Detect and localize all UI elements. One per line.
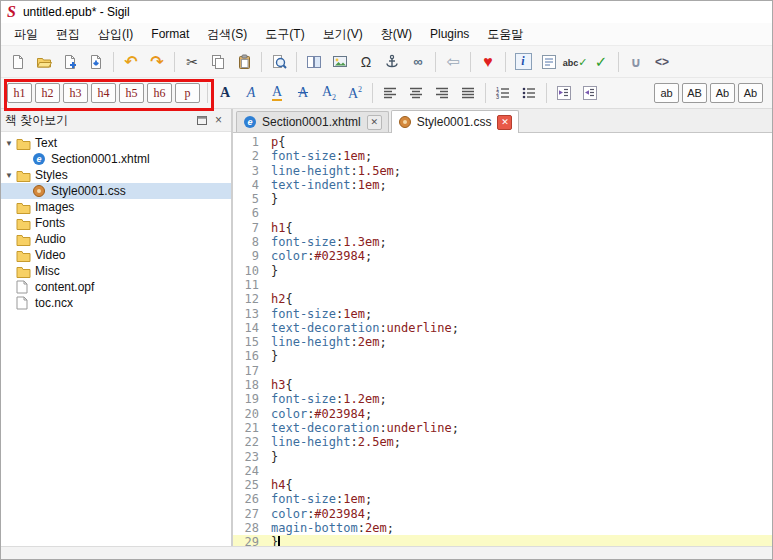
menu-item-8[interactable]: 창(W) bbox=[372, 23, 421, 46]
code-line[interactable]: 18h3{ bbox=[233, 378, 772, 392]
add-existing-file-button[interactable] bbox=[57, 50, 83, 74]
tab-section0001-xhtml[interactable]: eSection0001.xhtml✕ bbox=[236, 111, 389, 132]
clips-button[interactable]: ∪ bbox=[623, 50, 649, 74]
menu-item-7[interactable]: 보기(V) bbox=[314, 23, 372, 46]
code-line[interactable]: 28magin-bottom:2em; bbox=[233, 521, 772, 535]
find-replace-button[interactable] bbox=[266, 50, 292, 74]
code-line[interactable]: 23} bbox=[233, 450, 772, 464]
expander-open-icon[interactable]: ▼ bbox=[5, 139, 16, 148]
code-line[interactable]: 15line-height:2em; bbox=[233, 335, 772, 349]
titlecase-button[interactable]: Ab bbox=[738, 83, 763, 103]
align-center-button[interactable] bbox=[403, 81, 429, 105]
code-line[interactable]: 13font-size:1em; bbox=[233, 307, 772, 321]
tree-item-text[interactable]: ▼Text bbox=[1, 135, 231, 151]
tree-item-images[interactable]: Images bbox=[1, 199, 231, 215]
spellcheck-button[interactable]: abc✓ bbox=[562, 50, 588, 74]
uppercase-button[interactable]: AB bbox=[682, 83, 707, 103]
italic-button[interactable]: A bbox=[238, 81, 264, 105]
float-panel-button[interactable] bbox=[193, 112, 210, 128]
code-line[interactable]: 27color:#023984; bbox=[233, 507, 772, 521]
code-line[interactable]: 9color:#023984; bbox=[233, 249, 772, 263]
subscript-button[interactable]: A2 bbox=[316, 81, 342, 105]
menu-item-4[interactable]: Format bbox=[142, 24, 198, 44]
paragraph-button[interactable]: p bbox=[175, 83, 200, 103]
menu-item-9[interactable]: Plugins bbox=[421, 24, 478, 44]
code-line[interactable]: 29} bbox=[233, 535, 772, 546]
align-justify-button[interactable] bbox=[455, 81, 481, 105]
special-character-button[interactable]: Ω bbox=[353, 50, 379, 74]
insert-link-button[interactable]: ∞ bbox=[405, 50, 431, 74]
code-line[interactable]: 1p{ bbox=[233, 135, 772, 149]
expander-open-icon[interactable]: ▼ bbox=[5, 171, 16, 180]
menu-item-3[interactable]: 삽입(I) bbox=[89, 23, 142, 46]
heading-1-button[interactable]: h1 bbox=[7, 83, 32, 103]
menu-item-6[interactable]: 도구(T) bbox=[256, 23, 313, 46]
lowercase-button[interactable]: ab bbox=[654, 83, 679, 103]
tree-item-styles[interactable]: ▼Styles bbox=[1, 167, 231, 183]
bold-button[interactable]: A bbox=[212, 81, 238, 105]
cut-button[interactable]: ✂ bbox=[179, 50, 205, 74]
new-file-button[interactable] bbox=[5, 50, 31, 74]
code-line[interactable]: 19font-size:1.2em; bbox=[233, 392, 772, 406]
metadata-info-button[interactable]: i bbox=[510, 50, 536, 74]
insert-image-button[interactable] bbox=[327, 50, 353, 74]
align-right-button[interactable] bbox=[429, 81, 455, 105]
well-formed-check-button[interactable]: ✓ bbox=[588, 50, 614, 74]
menu-item-10[interactable]: 도움말 bbox=[478, 23, 532, 46]
unordered-list-button[interactable] bbox=[516, 81, 542, 105]
heading-5-button[interactable]: h5 bbox=[119, 83, 144, 103]
redo-button[interactable]: ↷ bbox=[144, 50, 170, 74]
ordered-list-button[interactable]: 123 bbox=[490, 81, 516, 105]
save-button[interactable] bbox=[83, 50, 109, 74]
tree-item-fonts[interactable]: Fonts bbox=[1, 215, 231, 231]
align-left-button[interactable] bbox=[377, 81, 403, 105]
open-epub-button[interactable] bbox=[31, 50, 57, 74]
code-line[interactable]: 12h2{ bbox=[233, 292, 772, 306]
outdent-button[interactable] bbox=[551, 81, 577, 105]
code-line[interactable]: 22line-height:2.5em; bbox=[233, 435, 772, 449]
code-line[interactable]: 20color:#023984; bbox=[233, 407, 772, 421]
code-line[interactable]: 25h4{ bbox=[233, 478, 772, 492]
menu-item-2[interactable]: 편집 bbox=[47, 23, 89, 46]
tree-item-style0001-css[interactable]: Style0001.css bbox=[1, 183, 231, 199]
close-panel-button[interactable]: × bbox=[210, 112, 227, 128]
strikethrough-button[interactable]: A bbox=[290, 81, 316, 105]
code-line[interactable]: 8font-size:1.3em; bbox=[233, 235, 772, 249]
code-view-button[interactable]: <> bbox=[649, 50, 675, 74]
code-line[interactable]: 17 bbox=[233, 364, 772, 378]
heading-4-button[interactable]: h4 bbox=[91, 83, 116, 103]
code-editor[interactable]: 1p{2font-size:1em;3line-height:1.5em;4te… bbox=[233, 133, 772, 546]
heading-6-button[interactable]: h6 bbox=[147, 83, 172, 103]
tree-item-audio[interactable]: Audio bbox=[1, 231, 231, 247]
code-line[interactable]: 7h1{ bbox=[233, 221, 772, 235]
back-link-button[interactable]: ⇦ bbox=[440, 50, 466, 74]
tree-item-misc[interactable]: Misc bbox=[1, 263, 231, 279]
code-line[interactable]: 10} bbox=[233, 264, 772, 278]
tab-close-button[interactable]: ✕ bbox=[497, 115, 512, 130]
menu-item-5[interactable]: 검색(S) bbox=[198, 23, 256, 46]
metadata-editor-button[interactable] bbox=[536, 50, 562, 74]
superscript-button[interactable]: A2 bbox=[342, 81, 368, 105]
code-line[interactable]: 24 bbox=[233, 464, 772, 478]
split-view-button[interactable] bbox=[301, 50, 327, 74]
indent-button[interactable] bbox=[577, 81, 603, 105]
tree-item-content-opf[interactable]: content.opf bbox=[1, 279, 231, 295]
code-line[interactable]: 3line-height:1.5em; bbox=[233, 164, 772, 178]
code-line[interactable]: 16} bbox=[233, 349, 772, 363]
heading-2-button[interactable]: h2 bbox=[35, 83, 60, 103]
heading-3-button[interactable]: h3 bbox=[63, 83, 88, 103]
code-line[interactable]: 14text-decoration:underline; bbox=[233, 321, 772, 335]
code-line[interactable]: 6 bbox=[233, 206, 772, 220]
tree-item-video[interactable]: Video bbox=[1, 247, 231, 263]
underline-button[interactable]: A bbox=[264, 81, 290, 105]
copy-button[interactable] bbox=[205, 50, 231, 74]
undo-button[interactable]: ↶ bbox=[118, 50, 144, 74]
code-line[interactable]: 2font-size:1em; bbox=[233, 149, 772, 163]
tab-close-button[interactable]: ✕ bbox=[367, 115, 382, 130]
capitalize-button[interactable]: Ab bbox=[710, 83, 735, 103]
code-line[interactable]: 21text-decoration:underline; bbox=[233, 421, 772, 435]
tree-item-toc-ncx[interactable]: toc.ncx bbox=[1, 295, 231, 311]
paste-button[interactable] bbox=[231, 50, 257, 74]
code-line[interactable]: 5} bbox=[233, 192, 772, 206]
tab-style0001-css[interactable]: Style0001.css✕ bbox=[391, 110, 520, 133]
